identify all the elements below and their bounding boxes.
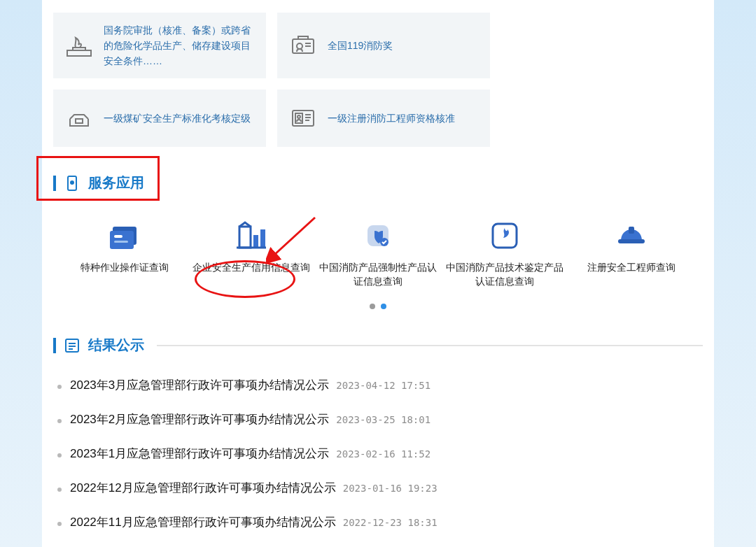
service-apps-header: 服务应用 — [53, 173, 703, 193]
result-title: 2023年1月应急管理部行政许可事项办结情况公示 — [70, 446, 329, 462]
app-special-ops-cert[interactable]: 特种作业操作证查询 — [65, 220, 184, 288]
building-chart-icon — [235, 220, 267, 252]
app-safety-engineer[interactable]: 注册安全工程师查询 — [572, 220, 691, 288]
svg-point-3 — [297, 43, 302, 49]
app-label: 企业安全生产信用信息查询 — [192, 260, 310, 274]
result-date: 2023-01-16 19:23 — [343, 483, 438, 494]
result-date: 2022-12-23 18:31 — [343, 517, 438, 528]
carousel-pager — [53, 304, 703, 309]
bullet-icon — [57, 488, 62, 492]
helmet-icon — [615, 220, 648, 252]
result-item[interactable]: 2022年12月应急管理部行政许可事项办结情况公示 2023-01-16 19:… — [53, 471, 703, 505]
svg-rect-11 — [114, 235, 122, 238]
svg-rect-20 — [629, 227, 634, 234]
card-fire-award[interactable]: 全国119消防奖 — [277, 13, 490, 78]
app-enterprise-credit[interactable]: 企业安全生产信用信息查询 — [192, 220, 311, 288]
result-date: 2023-04-12 17:51 — [336, 380, 430, 391]
top-card-row: 国务院审批（核准、备案）或跨省的危险化学品生产、储存建设项目安全条件…… 全国1… — [53, 0, 703, 147]
section-title: 服务应用 — [88, 173, 144, 192]
tray-icon — [64, 104, 94, 133]
card-text: 国务院审批（核准、备案）或跨省的危险化学品生产、储存建设项目安全条件…… — [104, 22, 255, 69]
app-label: 中国消防产品技术鉴定产品认证信息查询 — [445, 260, 564, 288]
bullet-icon — [57, 453, 62, 457]
header-bar — [53, 176, 56, 191]
bullet-icon — [57, 419, 62, 423]
result-title: 2022年11月应急管理部行政许可事项办结情况公示 — [70, 514, 336, 530]
touch-icon — [64, 176, 80, 191]
card-approval[interactable]: 国务院审批（核准、备案）或跨省的危险化学品生产、储存建设项目安全条件…… — [53, 13, 266, 78]
results-list: 2023年3月应急管理部行政许可事项办结情况公示 2023-04-12 17:5… — [53, 368, 703, 539]
badge-icon — [288, 31, 318, 60]
result-item[interactable]: 2023年3月应急管理部行政许可事项办结情况公示 2023-04-12 17:5… — [53, 368, 703, 402]
app-label: 注册安全工程师查询 — [587, 260, 676, 274]
svg-point-8 — [71, 181, 74, 184]
result-title: 2022年12月应急管理部行政许可事项办结情况公示 — [70, 480, 336, 496]
flame-icon — [489, 220, 521, 252]
bullet-icon — [57, 385, 62, 389]
result-item[interactable]: 2023年1月应急管理部行政许可事项办结情况公示 2023-02-16 11:5… — [53, 436, 703, 471]
svg-point-6 — [298, 115, 300, 118]
card-text: 全国119消防奖 — [328, 38, 479, 53]
list-icon — [64, 338, 80, 353]
apps-grid: 特种作业操作证查询 企业安全生产信用信息查询 — [53, 220, 703, 288]
result-item[interactable]: 2023年2月应急管理部行政许可事项办结情况公示 2023-03-25 18:0… — [53, 402, 703, 436]
app-label: 中国消防产品强制性产品认证信息查询 — [318, 260, 438, 288]
svg-rect-0 — [67, 50, 91, 56]
results-header: 结果公示 — [53, 336, 703, 355]
bullet-icon — [57, 522, 62, 526]
card-coal-rating[interactable]: 一级煤矿安全生产标准化考核定级 — [53, 90, 266, 147]
section-title: 结果公示 — [88, 336, 144, 355]
result-title: 2023年3月应急管理部行政许可事项办结情况公示 — [70, 377, 329, 393]
pager-dot-2[interactable] — [381, 304, 386, 309]
card-text: 一级注册消防工程师资格核准 — [328, 111, 479, 126]
svg-rect-13 — [239, 227, 251, 248]
fire-icon — [64, 31, 94, 60]
app-fire-product-tech[interactable]: 中国消防产品技术鉴定产品认证信息查询 — [445, 220, 564, 288]
result-date: 2023-02-16 11:52 — [336, 448, 430, 460]
result-title: 2023年2月应急管理部行政许可事项办结情况公示 — [70, 411, 329, 427]
svg-rect-14 — [253, 235, 258, 248]
card-text: 一级煤矿安全生产标准化考核定级 — [104, 111, 255, 126]
result-date: 2023-03-25 18:01 — [336, 414, 430, 425]
pager-dot-1[interactable] — [370, 304, 375, 309]
shield-check-icon — [362, 220, 394, 252]
svg-rect-12 — [114, 241, 128, 243]
svg-rect-21 — [618, 239, 645, 243]
header-bar — [53, 338, 56, 353]
app-fire-product-ccc[interactable]: 中国消防产品强制性产品认证信息查询 — [318, 220, 438, 288]
svg-rect-10 — [110, 231, 134, 249]
svg-rect-1 — [73, 48, 85, 50]
result-item[interactable]: 2022年11月应急管理部行政许可事项办结情况公示 2022-12-23 18:… — [53, 505, 703, 539]
header-rule — [157, 345, 703, 346]
svg-rect-15 — [260, 229, 265, 248]
id-icon — [288, 104, 318, 133]
app-label: 特种作业操作证查询 — [80, 260, 169, 274]
id-card-icon — [108, 220, 141, 252]
card-engineer-cert[interactable]: 一级注册消防工程师资格核准 — [277, 90, 490, 147]
